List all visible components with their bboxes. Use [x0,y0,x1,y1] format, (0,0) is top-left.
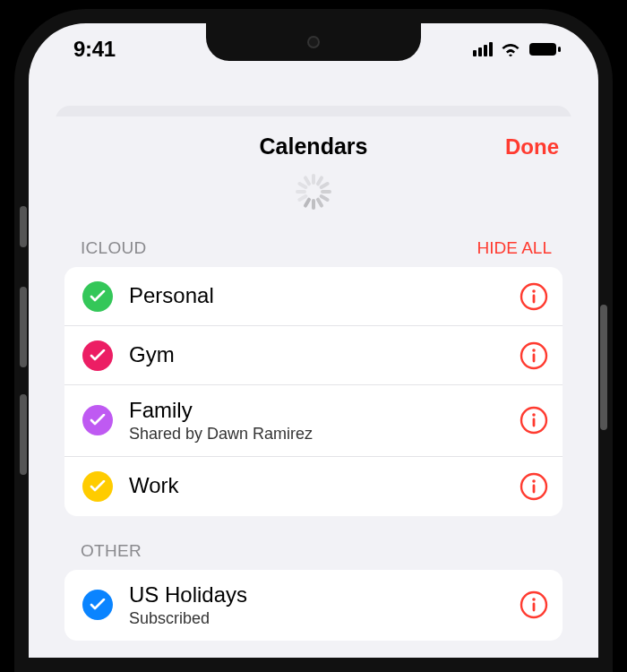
loading-spinner-icon [296,174,331,210]
svg-rect-13 [533,484,536,493]
checkmark-icon[interactable] [82,281,113,312]
calendar-row-work[interactable]: Work [64,457,563,516]
status-bar: 9:41 [29,23,598,75]
calendar-label: Work [129,473,520,499]
screen: 9:41 Calendars Done [29,23,598,658]
svg-rect-16 [533,603,536,612]
icloud-calendars-card: Personal Gym [64,267,563,516]
svg-point-3 [532,289,536,293]
checkmark-icon[interactable] [82,405,113,435]
calendar-label: Personal [129,283,520,309]
calendar-row-gym[interactable]: Gym [64,326,563,385]
calendar-label: US Holidays [129,582,520,608]
svg-point-6 [532,349,536,352]
info-icon[interactable] [520,341,548,370]
info-icon[interactable] [520,282,548,311]
power-button [600,305,607,430]
other-label: OTHER [81,541,142,561]
wifi-icon [500,41,521,57]
status-time: 9:41 [73,37,116,62]
svg-point-15 [532,598,536,601]
phone-frame: 9:41 Calendars Done [14,9,613,672]
calendar-row-us-holidays[interactable]: US Holidays Subscribed [64,570,563,641]
svg-point-9 [532,414,536,418]
battery-icon [528,41,561,57]
other-section-header: OTHER [45,516,582,570]
checkmark-icon[interactable] [82,471,113,502]
info-icon[interactable] [520,590,548,619]
svg-rect-0 [529,43,556,56]
svg-rect-4 [533,294,536,303]
calendar-label: Family [129,398,520,424]
info-icon[interactable] [520,472,548,501]
info-icon[interactable] [520,406,548,435]
svg-point-12 [532,479,536,483]
side-button [20,206,27,247]
svg-rect-1 [558,47,561,52]
calendar-label: Gym [129,342,520,368]
sheet-header: Calendars Done [45,116,582,176]
volume-up-button [20,287,27,367]
calendar-sublabel: Subscribed [129,609,520,628]
checkmark-icon[interactable] [82,590,113,620]
calendar-row-family[interactable]: Family Shared by Dawn Ramirez [64,385,563,457]
icloud-section-header: ICLOUD HIDE ALL [45,213,582,267]
svg-rect-10 [533,418,536,427]
volume-down-button [20,394,27,475]
calendars-sheet: Calendars Done ICLOUD HIDE ALL [45,116,582,658]
calendar-sublabel: Shared by Dawn Ramirez [129,425,520,444]
hide-all-button[interactable]: HIDE ALL [477,238,552,258]
svg-rect-7 [533,353,536,362]
status-icons [473,41,561,57]
checkmark-icon[interactable] [82,340,113,371]
cellular-icon [473,42,493,56]
other-calendars-card: US Holidays Subscribed [64,570,563,641]
done-button[interactable]: Done [505,134,559,159]
icloud-label: ICLOUD [81,238,147,258]
sheet-title: Calendars [260,134,368,159]
calendar-row-personal[interactable]: Personal [64,267,563,326]
